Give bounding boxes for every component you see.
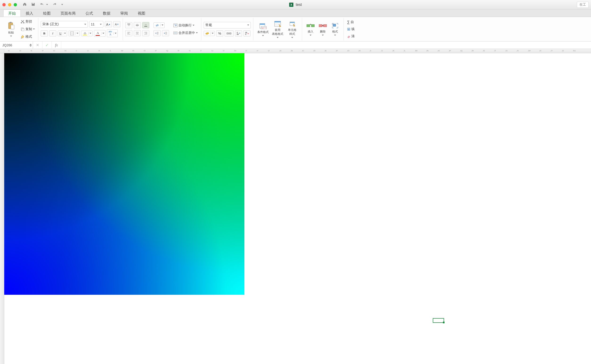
tab-data[interactable]: 数据 bbox=[98, 9, 115, 17]
number-format-select[interactable]: 常规 bbox=[204, 22, 251, 28]
format-cells-button[interactable]: 格式 bbox=[329, 18, 341, 40]
row-headers[interactable] bbox=[0, 53, 4, 364]
col-header-JI[interactable]: JI bbox=[370, 50, 371, 52]
paste-button[interactable]: 粘贴 bbox=[4, 18, 18, 40]
home-icon[interactable] bbox=[23, 2, 27, 7]
col-header-JC[interactable]: JC bbox=[302, 50, 304, 52]
col-header-JX[interactable]: JX bbox=[539, 50, 541, 52]
col-header-IQ[interactable]: IQ bbox=[166, 50, 168, 52]
cancel-formula-button[interactable]: ✕ bbox=[33, 41, 42, 49]
col-header-JM[interactable]: JM bbox=[415, 50, 417, 52]
align-right-button[interactable] bbox=[142, 30, 149, 36]
col-header-IH[interactable]: IH bbox=[65, 50, 66, 52]
col-header-JQ[interactable]: JQ bbox=[460, 50, 462, 52]
zoom-window[interactable] bbox=[14, 3, 17, 6]
col-header-IK[interactable]: IK bbox=[98, 50, 100, 52]
col-header-JR[interactable]: JR bbox=[471, 50, 474, 52]
col-header-JT[interactable]: JT bbox=[494, 50, 496, 52]
col-header-IO[interactable]: IO bbox=[144, 50, 145, 52]
col-header-IX[interactable]: IX bbox=[245, 50, 247, 52]
col-header-IG[interactable]: IG bbox=[53, 50, 55, 52]
col-header-IW[interactable]: IW bbox=[234, 50, 236, 52]
orientation-button[interactable]: ab bbox=[154, 22, 165, 28]
insert-cells-button[interactable]: 插入 bbox=[305, 18, 317, 40]
fill-color-button[interactable] bbox=[81, 31, 92, 36]
redo-icon[interactable] bbox=[52, 2, 57, 7]
col-header-JL[interactable]: JL bbox=[403, 50, 405, 52]
col-header-IZ[interactable]: IZ bbox=[268, 50, 270, 52]
conditional-formatting-button[interactable]: ≠ 条件格式 bbox=[256, 18, 270, 40]
close-window[interactable] bbox=[2, 3, 6, 6]
increase-decimal-button[interactable]: .0.00 bbox=[235, 30, 242, 37]
col-header-JV[interactable]: JV bbox=[517, 50, 519, 52]
col-header-IF[interactable]: IF bbox=[42, 50, 44, 52]
underline-button[interactable]: U bbox=[58, 31, 67, 36]
qat-customize[interactable] bbox=[61, 4, 63, 5]
col-header-JE[interactable]: JE bbox=[325, 50, 327, 52]
col-header-IL[interactable]: IL bbox=[110, 50, 111, 52]
decrease-decimal-button[interactable]: .00.0 bbox=[243, 30, 251, 37]
font-size-select[interactable]: 11 bbox=[89, 21, 103, 27]
col-header-JK[interactable]: JK bbox=[392, 50, 394, 52]
col-header-JZ[interactable]: JZ bbox=[562, 50, 564, 52]
save-icon[interactable] bbox=[31, 2, 35, 7]
clear-button[interactable]: 清 bbox=[346, 34, 356, 39]
format-as-table-button[interactable]: 套用 表格格式 bbox=[270, 18, 285, 40]
shrink-font-button[interactable]: A▼ bbox=[113, 21, 120, 27]
col-header-IN[interactable]: IN bbox=[132, 50, 134, 52]
merge-center-button[interactable]: 合并后居中 bbox=[172, 30, 199, 36]
currency-button[interactable] bbox=[204, 31, 215, 36]
percent-button[interactable]: % bbox=[216, 30, 223, 37]
delete-cells-button[interactable]: 删除 bbox=[317, 18, 329, 40]
col-header-JB[interactable]: JB bbox=[291, 50, 293, 52]
insert-function-button[interactable]: fx bbox=[52, 41, 61, 49]
col-header-IY[interactable]: IY bbox=[257, 50, 259, 52]
col-header-JJ[interactable]: JJ bbox=[381, 50, 383, 52]
bold-button[interactable]: B bbox=[41, 30, 48, 37]
comma-button[interactable]: 000 bbox=[225, 30, 234, 37]
tab-view[interactable]: 视图 bbox=[133, 9, 150, 17]
col-header-IM[interactable]: IM bbox=[121, 50, 123, 52]
col-header-JN[interactable]: JN bbox=[426, 50, 429, 52]
col-header-IS[interactable]: IS bbox=[189, 50, 191, 52]
name-box-up[interactable] bbox=[29, 44, 32, 45]
format-painter-button[interactable]: 格式 bbox=[20, 34, 36, 39]
select-all-corner[interactable] bbox=[0, 49, 4, 53]
minimize-window[interactable] bbox=[8, 3, 11, 6]
column-header-strip[interactable]: ICIDIEIFIGIHIIIJIKILIMINIOIPIQIRISITIUIV… bbox=[4, 49, 591, 53]
formula-input[interactable] bbox=[61, 41, 591, 49]
align-middle-button[interactable] bbox=[134, 22, 141, 28]
col-header-JH[interactable]: JH bbox=[358, 50, 361, 52]
col-header-JO[interactable]: JO bbox=[437, 50, 440, 52]
font-name-select[interactable]: 宋体 (正文) bbox=[41, 21, 88, 27]
col-header-IU[interactable]: IU bbox=[211, 50, 213, 52]
col-header-JA[interactable]: JA bbox=[279, 50, 281, 52]
copy-button[interactable]: 复制 bbox=[20, 27, 36, 32]
align-center-button[interactable] bbox=[134, 30, 141, 36]
borders-button[interactable] bbox=[69, 31, 80, 36]
tab-formulas[interactable]: 公式 bbox=[81, 9, 98, 17]
col-header-JS[interactable]: JS bbox=[483, 50, 485, 52]
cut-button[interactable]: 剪切 bbox=[20, 19, 36, 24]
col-header-IT[interactable]: IT bbox=[200, 50, 202, 52]
wrap-text-button[interactable]: 自动换行 bbox=[172, 23, 199, 28]
col-header-JY[interactable]: JY bbox=[551, 50, 553, 52]
col-header-IR[interactable]: IR bbox=[177, 50, 179, 52]
tab-review[interactable]: 审阅 bbox=[115, 9, 133, 17]
increase-indent-button[interactable] bbox=[162, 30, 169, 36]
tab-insert[interactable]: 插入 bbox=[21, 9, 38, 17]
col-header-IV[interactable]: IV bbox=[223, 50, 225, 52]
col-header-IJ[interactable]: IJ bbox=[87, 50, 89, 52]
col-header-JF[interactable]: JF bbox=[336, 50, 338, 52]
col-header-KA[interactable]: KA bbox=[573, 50, 576, 52]
enter-formula-button[interactable]: ✓ bbox=[42, 41, 52, 49]
status-right[interactable]: 在工 bbox=[577, 2, 589, 8]
autosum-button[interactable]: ∑自 bbox=[346, 20, 356, 25]
col-header-JG[interactable]: JG bbox=[347, 50, 349, 52]
col-header-JU[interactable]: JU bbox=[505, 50, 508, 52]
cell-styles-button[interactable]: 单元格 样式 bbox=[285, 18, 299, 40]
col-header-IP[interactable]: IP bbox=[155, 50, 157, 52]
col-header-IC[interactable]: IC bbox=[8, 50, 10, 52]
col-header-JP[interactable]: JP bbox=[449, 50, 451, 52]
col-header-JW[interactable]: JW bbox=[528, 50, 531, 52]
